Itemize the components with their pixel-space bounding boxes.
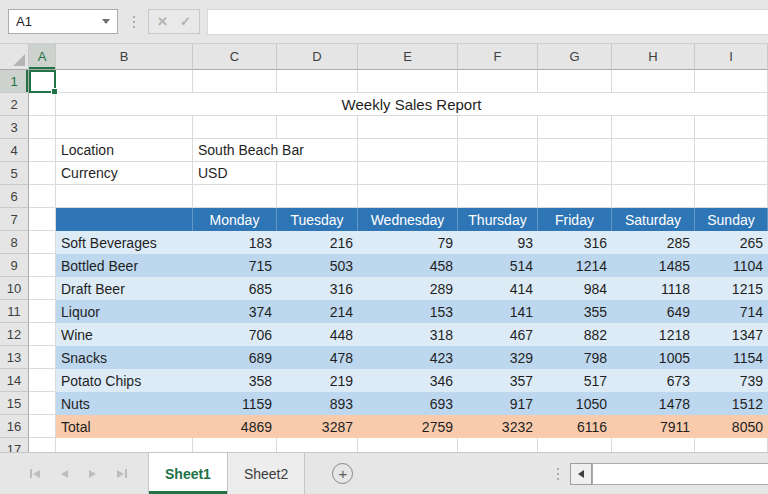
cell-F7[interactable]: Thursday — [458, 208, 538, 231]
cell-A4[interactable] — [29, 139, 56, 162]
cell-H6[interactable] — [612, 185, 695, 208]
row-header-13[interactable]: 13 — [0, 346, 29, 369]
cell-F4[interactable] — [458, 139, 538, 162]
cell-F14[interactable]: 357 — [458, 369, 538, 392]
tab-sheet1[interactable]: Sheet1 — [148, 453, 228, 494]
cell-E16[interactable]: 2759 — [358, 415, 458, 438]
cell-F13[interactable]: 329 — [458, 346, 538, 369]
cell-B1[interactable] — [56, 70, 193, 93]
cell-D12[interactable]: 448 — [277, 323, 358, 346]
cell-H14[interactable]: 673 — [612, 369, 695, 392]
cell-B16[interactable]: Total — [56, 415, 193, 438]
cell-H1[interactable] — [612, 70, 695, 93]
cell-G1[interactable] — [538, 70, 612, 93]
cell-E12[interactable]: 318 — [358, 323, 458, 346]
cell-H11[interactable]: 649 — [612, 300, 695, 323]
column-header-H[interactable]: H — [612, 44, 695, 70]
cell-I1[interactable] — [695, 70, 768, 93]
cell-I15[interactable]: 1512 — [695, 392, 768, 415]
cell-G11[interactable]: 355 — [538, 300, 612, 323]
cell-E10[interactable]: 289 — [358, 277, 458, 300]
cell-D9[interactable]: 503 — [277, 254, 358, 277]
cell-C7[interactable]: Monday — [193, 208, 277, 231]
cell-A3[interactable] — [29, 116, 56, 139]
cell-F17[interactable] — [458, 438, 538, 452]
cell-I8[interactable]: 265 — [695, 231, 768, 254]
cell-B14[interactable]: Potato Chips — [56, 369, 193, 392]
cell-A5[interactable] — [29, 162, 56, 185]
row-header-5[interactable]: 5 — [0, 162, 29, 185]
cell-C17[interactable] — [193, 438, 277, 452]
cell-G4[interactable] — [538, 139, 612, 162]
cell-G3[interactable] — [538, 116, 612, 139]
cell-D16[interactable]: 3287 — [277, 415, 358, 438]
cell-E9[interactable]: 458 — [358, 254, 458, 277]
cell-D5[interactable] — [277, 162, 358, 185]
scroll-left-button[interactable] — [570, 463, 592, 485]
row-header-4[interactable]: 4 — [0, 139, 29, 162]
cell-B17[interactable] — [56, 438, 193, 452]
cell-B8[interactable]: Soft Beverages — [56, 231, 193, 254]
formula-input[interactable] — [207, 9, 768, 35]
cell-B9[interactable]: Bottled Beer — [56, 254, 193, 277]
cell-D7[interactable]: Tuesday — [277, 208, 358, 231]
column-header-G[interactable]: G — [538, 44, 612, 70]
cell-C10[interactable]: 685 — [193, 277, 277, 300]
column-header-A[interactable]: A — [29, 44, 56, 70]
cell-G13[interactable]: 798 — [538, 346, 612, 369]
cell-I14[interactable]: 739 — [695, 369, 768, 392]
column-header-F[interactable]: F — [458, 44, 538, 70]
cell-B11[interactable]: Liquor — [56, 300, 193, 323]
cell-I16[interactable]: 8050 — [695, 415, 768, 438]
cell-A15[interactable] — [29, 392, 56, 415]
cell-C12[interactable]: 706 — [193, 323, 277, 346]
cell-C13[interactable]: 689 — [193, 346, 277, 369]
cell-B13[interactable]: Snacks — [56, 346, 193, 369]
name-box-dropdown-icon[interactable] — [102, 19, 110, 24]
column-header-D[interactable]: D — [277, 44, 358, 70]
cell-H9[interactable]: 1485 — [612, 254, 695, 277]
row-header-7[interactable]: 7 — [0, 208, 29, 231]
cell-D3[interactable] — [277, 116, 358, 139]
cell-G7[interactable]: Friday — [538, 208, 612, 231]
cell-H15[interactable]: 1478 — [612, 392, 695, 415]
cell-A12[interactable] — [29, 323, 56, 346]
cell-G17[interactable] — [538, 438, 612, 452]
cell-H13[interactable]: 1005 — [612, 346, 695, 369]
cell-I9[interactable]: 1104 — [695, 254, 768, 277]
cell-I17[interactable] — [695, 438, 768, 452]
cell-E11[interactable]: 153 — [358, 300, 458, 323]
column-header-I[interactable]: I — [695, 44, 768, 70]
cell-D11[interactable]: 214 — [277, 300, 358, 323]
row-header-16[interactable]: 16 — [0, 415, 29, 438]
cell-D14[interactable]: 219 — [277, 369, 358, 392]
previous-sheet-button[interactable] — [61, 470, 68, 478]
cell-B12[interactable]: Wine — [56, 323, 193, 346]
cell-F10[interactable]: 414 — [458, 277, 538, 300]
cell-F16[interactable]: 3232 — [458, 415, 538, 438]
cell-C8[interactable]: 183 — [193, 231, 277, 254]
cell-E6[interactable] — [358, 185, 458, 208]
cell-E13[interactable]: 423 — [358, 346, 458, 369]
cell-A13[interactable] — [29, 346, 56, 369]
cell-A2[interactable] — [29, 93, 56, 116]
cell-A14[interactable] — [29, 369, 56, 392]
enter-icon[interactable]: ✓ — [180, 14, 191, 29]
cell-G9[interactable]: 1214 — [538, 254, 612, 277]
cell-G16[interactable]: 6116 — [538, 415, 612, 438]
cell-F6[interactable] — [458, 185, 538, 208]
last-sheet-button[interactable] — [117, 469, 127, 478]
row-header-15[interactable]: 15 — [0, 392, 29, 415]
scrollbar-track[interactable] — [592, 463, 768, 485]
cell-F1[interactable] — [458, 70, 538, 93]
cell-B4[interactable]: Location — [56, 139, 193, 162]
cell-A16[interactable] — [29, 415, 56, 438]
cell-A6[interactable] — [29, 185, 56, 208]
cell-F15[interactable]: 917 — [458, 392, 538, 415]
cell-I11[interactable]: 714 — [695, 300, 768, 323]
cell-D13[interactable]: 478 — [277, 346, 358, 369]
cell-A11[interactable] — [29, 300, 56, 323]
cell-I4[interactable] — [695, 139, 768, 162]
cancel-icon[interactable]: ✕ — [157, 14, 168, 29]
row-header-6[interactable]: 6 — [0, 185, 29, 208]
